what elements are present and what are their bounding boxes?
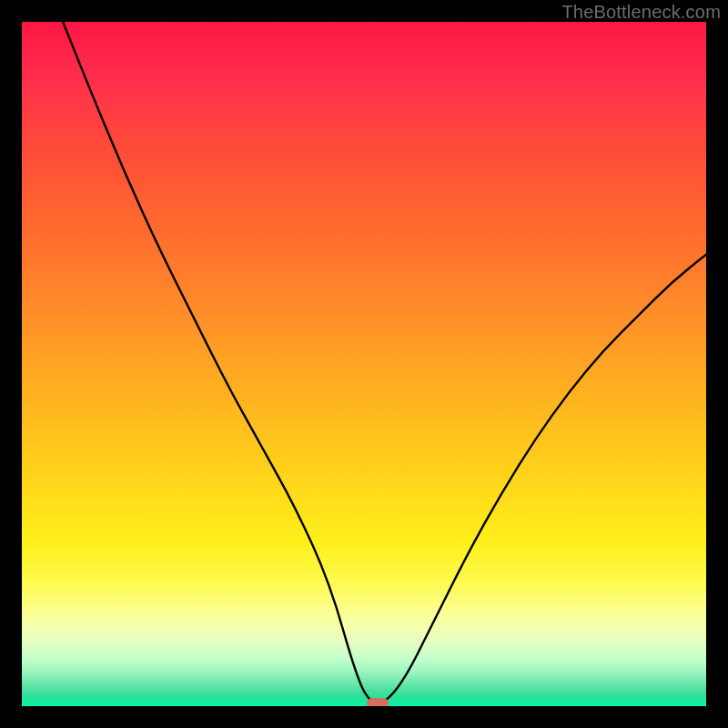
svg-rect-0 — [367, 698, 389, 706]
curve-layer — [22, 22, 706, 706]
bottleneck-curve — [63, 22, 706, 703]
optimal-marker — [367, 698, 389, 706]
plot-area — [22, 22, 706, 706]
watermark-text: TheBottleneck.com — [561, 2, 721, 23]
chart-frame: TheBottleneck.com — [0, 0, 728, 728]
